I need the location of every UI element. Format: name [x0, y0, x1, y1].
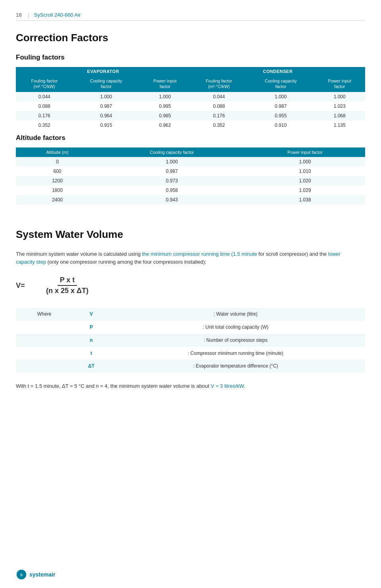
altitude-cell-1-2: 1.010: [245, 167, 365, 176]
header-title: SyScroll 240-660 Air: [34, 12, 81, 18]
altitude-cell-1-1: 0.987: [99, 167, 245, 176]
footer-logo: S systemair: [16, 569, 55, 580]
fouling-col-2: Power inputfactor: [139, 76, 190, 92]
altitude-cell-4-2: 1.038: [245, 195, 365, 205]
fouling-table: EVAPORATOR CONDENSER Fouling factor(m².°…: [16, 67, 365, 130]
evaporator-header: EVAPORATOR: [16, 67, 190, 76]
altitude-cell-4-1: 0.943: [99, 195, 245, 205]
where-label-cell: [16, 321, 76, 334]
swv-description: The minimum system water volume is calcu…: [16, 250, 341, 267]
fouling-cell-3-3: 0.352: [190, 121, 247, 130]
where-var-cell: ΔT: [76, 360, 106, 373]
fouling-cell-1-5: 1.023: [314, 102, 365, 111]
final-note-start: With t = 1.5 minute, ΔT = 5 °C and n = 4…: [16, 383, 211, 389]
fouling-cell-3-2: 0.962: [139, 121, 190, 130]
altitude-cell-2-2: 1.020: [245, 176, 365, 186]
altitude-cell-3-2: 1.029: [245, 186, 365, 195]
fouling-cell-0-1: 1.000: [73, 92, 139, 102]
fouling-cell-2-5: 1.068: [314, 111, 365, 121]
fouling-table-row: 0.0441.0001.0000.0441.0001.000: [16, 92, 365, 102]
formula-label: V=: [16, 282, 36, 290]
where-table-body: WhereV: Water volume (litre)P: Unit tota…: [16, 308, 365, 373]
final-note-end: .: [244, 383, 245, 389]
where-var-cell: n: [76, 334, 106, 347]
where-desc-cell: : Compressor minimum running time (minut…: [106, 347, 365, 360]
fouling-table-body: 0.0441.0001.0000.0441.0001.0000.0880.987…: [16, 92, 365, 130]
fouling-col-0: Fouling factor(m².°C/kW): [16, 76, 73, 92]
where-label-cell: [16, 334, 76, 347]
altitude-title: Altitude factors: [16, 134, 365, 142]
fouling-cell-0-4: 1.000: [247, 92, 314, 102]
altitude-cell-1-0: 600: [16, 167, 99, 176]
condenser-header: CONDENSER: [190, 67, 365, 76]
formula-numerator: P x t: [58, 276, 77, 286]
where-row-0: WhereV: Water volume (litre): [16, 308, 365, 321]
fouling-cell-1-1: 0.987: [73, 102, 139, 111]
where-label-cell: Where: [16, 308, 76, 321]
where-var-cell: V: [76, 308, 106, 321]
fouling-cell-3-4: 0.910: [247, 121, 314, 130]
altitude-table-row: 24000.9431.038: [16, 195, 365, 205]
formula-denominator: (n x 25 x ΔT): [44, 286, 91, 295]
where-var-cell: P: [76, 321, 106, 334]
fouling-cell-0-0: 0.044: [16, 92, 73, 102]
section-header-row: EVAPORATOR CONDENSER: [16, 67, 365, 76]
where-row-3: t: Compressor minimum running time (minu…: [16, 347, 365, 360]
fouling-cell-3-5: 1.135: [314, 121, 365, 130]
where-desc-cell: : Water volume (litre): [106, 308, 365, 321]
footer: S systemair: [16, 569, 55, 580]
svg-text:S: S: [20, 573, 23, 577]
where-var-cell: t: [76, 347, 106, 360]
header-separator: |: [28, 12, 29, 18]
fouling-cell-1-2: 0.995: [139, 102, 190, 111]
fouling-cell-0-2: 1.000: [139, 92, 190, 102]
fouling-cell-1-0: 0.088: [16, 102, 73, 111]
swv-desc-middle: for scroll compressor) and the: [257, 251, 328, 257]
fouling-table-row: 0.0880.9870.9950.0880.9871.023: [16, 102, 365, 111]
swv-desc-highlight1: the minimum compressor running time (1.5…: [142, 251, 257, 257]
formula-section: V= P x t (n x 25 x ΔT): [16, 276, 365, 295]
fouling-cell-2-3: 0.176: [190, 111, 247, 121]
where-section: WhereV: Water volume (litre)P: Unit tota…: [16, 308, 365, 373]
where-label-cell: [16, 360, 76, 373]
altitude-cell-3-0: 1800: [16, 186, 99, 195]
altitude-cell-3-1: 0.958: [99, 186, 245, 195]
altitude-table-row: 12000.9731.020: [16, 176, 365, 186]
fouling-table-row: 0.1760.9640.9850.1760.9551.068: [16, 111, 365, 121]
altitude-cell-4-0: 2400: [16, 195, 99, 205]
altitude-table: Altitude (m) Cooling capacity factor Pow…: [16, 147, 365, 205]
fouling-cell-2-4: 0.955: [247, 111, 314, 121]
system-water-section: System Water Volume The minimum system w…: [16, 228, 365, 391]
where-desc-cell: : Unit total cooling capacity (W): [106, 321, 365, 334]
fouling-cell-3-1: 0.915: [73, 121, 139, 130]
swv-desc-end: (only one compressor running among the f…: [46, 259, 206, 265]
swv-desc-start: The minimum system water volume is calcu…: [16, 251, 142, 257]
altitude-cell-2-1: 0.973: [99, 176, 245, 186]
where-row-2: n: Number of compressor steps: [16, 334, 365, 347]
fouling-title: Fouling factors: [16, 54, 365, 61]
altitude-table-row: 18000.9581.029: [16, 186, 365, 195]
fouling-cell-1-3: 0.088: [190, 102, 247, 111]
altitude-cell-0-2: 1.000: [245, 157, 365, 167]
altitude-col-header-row: Altitude (m) Cooling capacity factor Pow…: [16, 147, 365, 157]
fouling-cell-1-4: 0.987: [247, 102, 314, 111]
fouling-cell-3-0: 0.352: [16, 121, 73, 130]
final-note: With t = 1.5 minute, ΔT = 5 °C and n = 4…: [16, 382, 349, 391]
swv-title: System Water Volume: [16, 228, 365, 241]
altitude-table-row: 01.0001.000: [16, 157, 365, 167]
altitude-table-row: 6000.9871.010: [16, 167, 365, 176]
fouling-col-3: Fouling factor(m².°C/kW): [190, 76, 247, 92]
where-desc-cell: : Number of compressor steps: [106, 334, 365, 347]
fouling-cell-0-5: 1.000: [314, 92, 365, 102]
where-row-4: ΔT: Evaporator temperature difference (°…: [16, 360, 365, 373]
where-row-1: P: Unit total cooling capacity (W): [16, 321, 365, 334]
main-title: Correction Factors: [16, 32, 365, 44]
systemair-logo-icon: S: [16, 569, 27, 580]
fouling-col-5: Power inputfactor: [314, 76, 365, 92]
altitude-table-body: 01.0001.0006000.9871.01012000.9731.02018…: [16, 157, 365, 205]
formula-fraction: P x t (n x 25 x ΔT): [44, 276, 91, 295]
alt-col-1: Cooling capacity factor: [99, 147, 245, 157]
fouling-col-4: Cooling capacityfactor: [247, 76, 314, 92]
alt-col-0: Altitude (m): [16, 147, 99, 157]
fouling-table-row: 0.3520.9150.9620.3520.9101.135: [16, 121, 365, 130]
